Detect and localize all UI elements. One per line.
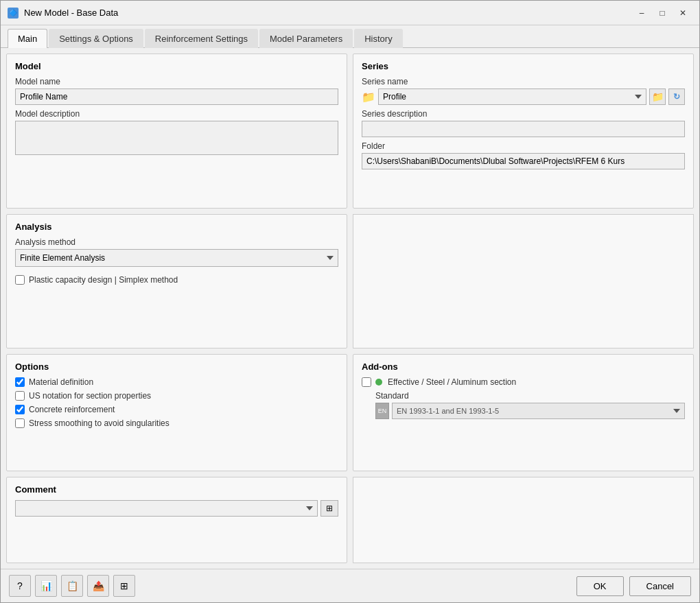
model-name-label: Model name: [15, 77, 338, 86]
app-icon: 🔷: [8, 8, 19, 19]
addons-panel-title: Add-ons: [362, 362, 685, 372]
analysis-panel: Analysis Analysis method Finite Element …: [6, 214, 347, 348]
close-button[interactable]: ✕: [673, 5, 692, 21]
notes-icon: 📋: [67, 580, 78, 591]
addons-panel: Add-ons Effective / Steel / Aluminum sec…: [353, 354, 694, 471]
tab-history[interactable]: History: [354, 29, 402, 48]
grid-icon: ⊞: [120, 580, 128, 591]
comment-right-panel: [353, 477, 694, 563]
series-description-label: Series description: [362, 109, 685, 119]
plastic-capacity-checkbox-row: Plastic capacity design | Simplex method: [15, 275, 338, 285]
option-stress-row: Stress smoothing to avoid singularities: [15, 418, 338, 428]
option-stress-label: Stress smoothing to avoid singularities: [29, 418, 170, 428]
footer-bar: ? 📊 📋 📤 ⊞ OK Cancel: [1, 569, 699, 602]
series-description-input[interactable]: [362, 121, 685, 137]
option-material-row: Material definition: [15, 377, 338, 387]
browse-icon: 📁: [652, 91, 664, 102]
minimize-button[interactable]: –: [632, 5, 651, 21]
tab-main[interactable]: Main: [8, 29, 47, 48]
footer-buttons: OK Cancel: [576, 576, 691, 596]
help-button[interactable]: ?: [9, 575, 31, 597]
analysis-panel-title: Analysis: [15, 222, 338, 232]
comment-panel-title: Comment: [15, 484, 338, 495]
series-browse-button[interactable]: 📁: [649, 88, 666, 105]
option-stress-checkbox[interactable]: [15, 418, 25, 428]
analysis-right-panel: [353, 214, 694, 348]
series-folder-icon: 📁: [362, 91, 375, 104]
plastic-capacity-checkbox[interactable]: [15, 275, 25, 285]
export-icon: 📤: [93, 580, 104, 591]
option-us-notation-checkbox[interactable]: [15, 391, 25, 401]
standard-icon: EN: [375, 403, 389, 419]
model-panel: Model Model name Model description: [6, 54, 347, 209]
options-panel: Options Material definition US notation …: [6, 354, 347, 471]
model-description-label: Model description: [15, 109, 338, 119]
footer-icons: ? 📊 📋 📤 ⊞: [9, 575, 135, 597]
options-panel-title: Options: [15, 362, 338, 372]
analysis-method-dropdown[interactable]: Finite Element Analysis Second Order Ana…: [15, 249, 338, 267]
addon-effective-checkbox[interactable]: [362, 377, 371, 387]
comment-panel: Comment ⊞: [6, 477, 347, 563]
cancel-button[interactable]: Cancel: [629, 576, 691, 596]
standard-select-row: EN EN 1993-1-1 and EN 1993-1-5 AISC 360-…: [375, 403, 685, 419]
series-name-dropdown[interactable]: Profile: [378, 88, 646, 105]
tab-model-parameters[interactable]: Model Parameters: [259, 29, 353, 48]
plastic-capacity-label: Plastic capacity design | Simplex method: [29, 275, 178, 285]
option-concrete-row: Concrete reinforcement: [15, 405, 338, 414]
comment-input-row: ⊞: [15, 500, 338, 517]
analysis-method-label: Analysis method: [15, 237, 338, 247]
title-bar: 🔷 New Model - Base Data – □ ✕: [1, 1, 699, 25]
series-panel-title: Series: [362, 61, 685, 71]
option-us-notation-row: US notation for section properties: [15, 391, 338, 401]
tab-settings-options[interactable]: Settings & Options: [49, 29, 143, 48]
addon-effective-row: Effective / Steel / Aluminum section: [362, 377, 685, 387]
notes-button[interactable]: 📋: [61, 575, 83, 597]
main-window: 🔷 New Model - Base Data – □ ✕ Main Setti…: [0, 0, 700, 603]
model-name-input[interactable]: [15, 88, 338, 105]
addon-effective-label: Effective / Steel / Aluminum section: [388, 377, 516, 387]
option-us-notation-label: US notation for section properties: [29, 391, 151, 401]
option-concrete-label: Concrete reinforcement: [29, 405, 115, 414]
units-icon: 📊: [40, 580, 52, 591]
folder-label: Folder: [362, 141, 685, 151]
plastic-capacity-row: Plastic capacity design | Simplex method: [15, 275, 338, 285]
model-description-input[interactable]: [15, 121, 338, 155]
series-panel: Series Series name 📁 Profile 📁 ↻ Series …: [353, 54, 694, 209]
grid-button[interactable]: ⊞: [113, 575, 135, 597]
title-bar-left: 🔷 New Model - Base Data: [8, 8, 118, 19]
model-panel-title: Model: [15, 61, 338, 71]
window-title: New Model - Base Data: [24, 8, 118, 18]
standard-label: Standard: [375, 391, 685, 401]
folder-path-input[interactable]: [362, 153, 685, 169]
green-status-dot: [375, 379, 382, 386]
option-material-label: Material definition: [29, 377, 93, 387]
comment-expand-button[interactable]: ⊞: [320, 500, 338, 517]
help-icon: ?: [17, 580, 23, 591]
option-concrete-checkbox[interactable]: [15, 405, 25, 414]
series-name-row: 📁 Profile 📁 ↻: [362, 88, 685, 105]
units-button[interactable]: 📊: [35, 575, 57, 597]
comment-dropdown[interactable]: [15, 500, 318, 517]
series-name-label: Series name: [362, 77, 685, 86]
content-area: Model Model name Model description Serie…: [1, 48, 699, 569]
window-controls: – □ ✕: [632, 5, 692, 21]
standard-row: Standard EN EN 1993-1-1 and EN 1993-1-5 …: [375, 391, 685, 419]
refresh-icon: ↻: [673, 92, 680, 102]
expand-icon: ⊞: [326, 504, 333, 513]
standard-dropdown[interactable]: EN 1993-1-1 and EN 1993-1-5 AISC 360-16 …: [392, 403, 685, 419]
series-refresh-button[interactable]: ↻: [668, 88, 685, 105]
tabs-bar: Main Settings & Options Reinforcement Se…: [1, 25, 699, 48]
ok-button[interactable]: OK: [576, 576, 624, 596]
option-material-checkbox[interactable]: [15, 377, 25, 387]
maximize-button[interactable]: □: [653, 5, 672, 21]
tab-reinforcement-settings[interactable]: Reinforcement Settings: [145, 29, 258, 48]
export-button[interactable]: 📤: [87, 575, 109, 597]
